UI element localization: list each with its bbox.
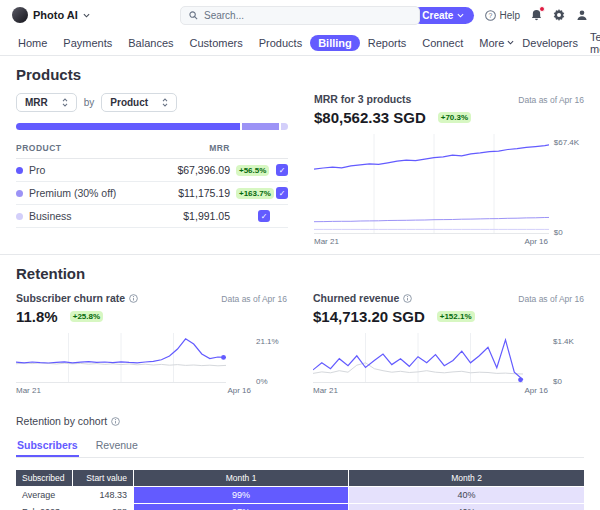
nav-item-connect[interactable]: Connect bbox=[414, 35, 471, 51]
metric-select-value: MRR bbox=[25, 97, 48, 108]
user-icon bbox=[576, 9, 588, 21]
x-end-label: Apr 16 bbox=[524, 237, 548, 246]
developers-link[interactable]: Developers bbox=[522, 37, 578, 49]
products-section: Products MRR by Product bbox=[0, 56, 600, 254]
cohort-start-value: 148.33 bbox=[73, 487, 133, 503]
data-as-of: Data as of Apr 16 bbox=[221, 294, 287, 304]
products-breakdown: MRR by Product PRODUCT MRR bbox=[16, 93, 288, 246]
nav-item-products[interactable]: Products bbox=[251, 35, 310, 51]
cohort-month1-cell[interactable]: 99% bbox=[134, 487, 348, 503]
user-menu-button[interactable] bbox=[576, 9, 588, 21]
metric-select[interactable]: MRR bbox=[16, 93, 77, 112]
product-name: Pro bbox=[29, 164, 45, 176]
y-max-label: $67.4K bbox=[554, 138, 579, 147]
notification-dot bbox=[539, 6, 545, 12]
nav-item-billing[interactable]: Billing bbox=[310, 35, 360, 51]
x-axis-labels: Mar 21 Apr 16 bbox=[313, 386, 584, 395]
product-mrr-value: $67,396.09 bbox=[160, 164, 230, 176]
y-max-label: $1.4K bbox=[553, 337, 574, 346]
table-row: Business $1,991.05 ✓ bbox=[16, 205, 288, 228]
mrr-stacked-bar bbox=[16, 123, 288, 130]
chevron-down-icon bbox=[457, 13, 464, 18]
help-button[interactable]: ? Help bbox=[485, 10, 520, 21]
nav-item-balances[interactable]: Balances bbox=[120, 35, 181, 51]
cohort-name: Average bbox=[16, 487, 72, 503]
cohort-month2-cell[interactable]: 40% bbox=[349, 487, 584, 503]
delta-badge: +70.3% bbox=[438, 112, 471, 123]
tab-subscribers[interactable]: Subscribers bbox=[16, 436, 79, 457]
churn-line-chart bbox=[16, 333, 251, 383]
nav-item-reports[interactable]: Reports bbox=[360, 35, 415, 51]
cohort-name: Feb 2023 bbox=[16, 504, 72, 510]
table-row: Pro $67,396.09 +56.5% ✓ bbox=[16, 159, 288, 182]
nav-item-payments[interactable]: Payments bbox=[55, 35, 120, 51]
stacked-bar-segment-pro bbox=[16, 123, 240, 130]
cohort-start-value: 288 bbox=[73, 504, 133, 510]
help-icon: ? bbox=[485, 10, 496, 21]
cohort-tabs: Subscribers Revenue bbox=[16, 436, 584, 458]
create-button[interactable]: Create bbox=[412, 7, 474, 24]
mrr-line-chart bbox=[314, 134, 549, 234]
y-axis-labels: $1.4K $0 bbox=[548, 333, 584, 383]
y-min-label: 0% bbox=[256, 377, 268, 386]
select-arrows-icon bbox=[62, 98, 68, 107]
row-checkbox[interactable]: ✓ bbox=[276, 164, 288, 176]
data-as-of: Data as of Apr 16 bbox=[518, 95, 584, 105]
series-dot bbox=[16, 213, 23, 220]
table-row: Premium (30% off) $11,175.19 +163.7% ✓ bbox=[16, 182, 288, 205]
cohort-month1-cell[interactable]: 97% bbox=[134, 504, 348, 510]
product-name: Premium (30% off) bbox=[29, 187, 116, 199]
churned-revenue-card: Churned revenue Data as of Apr 16 $14,71… bbox=[313, 292, 584, 395]
cohort-row: Feb 2023 288 97% 40% bbox=[16, 504, 584, 510]
notifications-button[interactable] bbox=[531, 9, 542, 21]
x-start-label: Mar 21 bbox=[313, 386, 338, 395]
row-checkbox[interactable]: ✓ bbox=[258, 210, 270, 222]
info-icon[interactable] bbox=[129, 294, 138, 303]
x-end-label: Apr 16 bbox=[524, 386, 548, 395]
series-dot bbox=[16, 167, 23, 174]
stacked-bar-segment-business bbox=[281, 123, 288, 130]
gear-icon bbox=[553, 9, 565, 21]
y-axis-labels: $67.4K $0 bbox=[549, 134, 584, 234]
mrr-chart-title: MRR for 3 products bbox=[314, 93, 411, 105]
stacked-bar-segment-premium bbox=[242, 123, 279, 130]
cohort-row: Average 148.33 99% 40% bbox=[16, 487, 584, 503]
search-input[interactable]: Search... bbox=[180, 6, 420, 25]
churn-card-title: Subscriber churn rate bbox=[16, 292, 125, 304]
dimension-select[interactable]: Product bbox=[101, 93, 177, 112]
col-month2: Month 2 bbox=[349, 470, 584, 486]
nav-right: Developers Test mode bbox=[522, 31, 600, 55]
info-icon[interactable] bbox=[111, 417, 120, 426]
create-button-label: Create bbox=[422, 10, 453, 21]
churn-rate-card: Subscriber churn rate Data as of Apr 16 … bbox=[16, 292, 287, 395]
settings-button[interactable] bbox=[553, 9, 565, 21]
retention-heading: Retention bbox=[16, 265, 584, 282]
product-mrr-value: $1,991.05 bbox=[160, 210, 230, 222]
workspace-switcher[interactable]: Photo AI bbox=[12, 7, 90, 23]
help-label: Help bbox=[499, 10, 520, 21]
chevron-down-icon bbox=[83, 13, 90, 18]
cohort-title: Retention by cohort bbox=[16, 415, 107, 427]
tab-revenue[interactable]: Revenue bbox=[95, 436, 139, 457]
chevron-down-icon bbox=[507, 40, 514, 45]
products-heading: Products bbox=[16, 66, 584, 83]
col-mrr: MRR bbox=[160, 143, 230, 153]
churn-rate-value: 11.8% bbox=[16, 308, 58, 325]
x-start-label: Mar 21 bbox=[16, 386, 41, 395]
retention-section: Retention Subscriber churn rate Data as … bbox=[0, 254, 600, 403]
nav-item-customers[interactable]: Customers bbox=[182, 35, 251, 51]
churned-line-chart bbox=[313, 333, 548, 383]
nav-item-home[interactable]: Home bbox=[10, 35, 55, 51]
churned-card-title: Churned revenue bbox=[313, 292, 399, 304]
cohort-month2-cell[interactable]: 40% bbox=[349, 504, 584, 510]
row-checkbox[interactable]: ✓ bbox=[276, 187, 288, 199]
churned-revenue-value: $14,713.20 SGD bbox=[313, 308, 425, 325]
series-dot bbox=[16, 190, 23, 197]
x-end-label: Apr 16 bbox=[227, 386, 251, 395]
info-icon[interactable] bbox=[403, 294, 412, 303]
nav-item-more[interactable]: More bbox=[471, 35, 522, 51]
delta-badge: +56.5% bbox=[236, 165, 269, 176]
search-placeholder: Search... bbox=[204, 10, 244, 21]
svg-text:?: ? bbox=[489, 11, 493, 18]
workspace-avatar bbox=[12, 7, 28, 23]
